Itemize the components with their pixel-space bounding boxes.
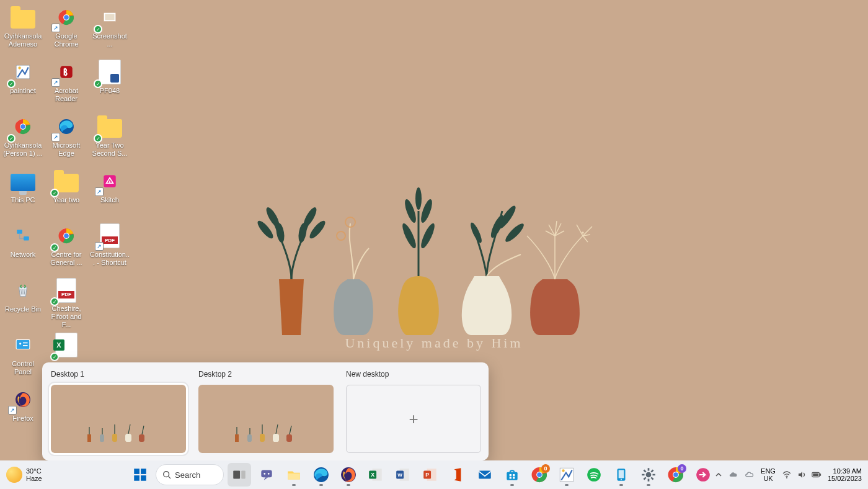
pdf-icon: ✓ [53, 277, 80, 303]
taskbar-excel[interactable]: X [364, 463, 388, 487]
svg-rect-78 [513, 477, 515, 478]
onedrive-tray-icon[interactable] [728, 470, 738, 480]
svg-rect-39 [16, 339, 30, 349]
desktop-icon-firefox[interactable]: ↗Firefox [2, 385, 43, 438]
edge-icon: ↗ [53, 113, 80, 140]
lang-line1: ENG [761, 467, 776, 475]
recycle-icon [9, 277, 37, 304]
svg-rect-23 [105, 14, 114, 20]
excel-icon: ✓ [53, 331, 80, 359]
desktop-icon-label: Google Chrome [46, 32, 87, 48]
desktop-icon-skitch[interactable]: ↗Skitch [89, 166, 130, 220]
taskbar-mail[interactable] [473, 463, 497, 487]
acrobat-icon: ↗ [53, 58, 80, 86]
svg-point-3 [301, 205, 319, 228]
desktop-icon-label: Oyihkansola (Person 1) ... [2, 141, 43, 158]
desktop-icon-screenshot[interactable]: ✓Screenshot ... [89, 2, 130, 56]
desktop-icon-centre-for-general[interactable]: ✓Centre for General ... [46, 221, 87, 274]
tray-overflow-icon[interactable] [715, 471, 722, 478]
desktop-icon-label: Year Two Second S... [89, 141, 130, 158]
svg-rect-73 [479, 471, 491, 479]
desktop-icon-cheshire-fifoot-and-f[interactable]: ✓Cheshire, Fifoot and F... [46, 276, 87, 329]
desktop-icon-network[interactable]: Network [2, 221, 43, 274]
folder-icon: ✓ [53, 168, 80, 195]
taskbar-chat[interactable] [255, 463, 278, 487]
svg-rect-42 [23, 343, 28, 344]
task-view-label: Desktop 2 [198, 370, 334, 380]
taskbar-firefox[interactable] [337, 463, 360, 487]
taskbar-app-pink[interactable] [691, 463, 715, 487]
desktop-icon-recycle-bin[interactable]: Recycle Bin [2, 276, 43, 329]
language-indicator[interactable]: ENG UK [761, 467, 776, 482]
taskbar-paintnet[interactable] [555, 463, 578, 487]
sync-badge-icon: ✓ [50, 352, 59, 361]
taskbar-edge[interactable] [309, 463, 333, 487]
svg-rect-53 [134, 475, 140, 481]
svg-point-13 [489, 213, 506, 239]
desktop-icon-microsoft-edge[interactable]: ↗Microsoft Edge [46, 112, 87, 165]
desktop-icon-constitution-shortcut[interactable]: ↗Constitution... - Shortcut [89, 221, 130, 274]
taskbar-word[interactable]: W [391, 463, 415, 487]
desktop-icon-oyihkansola-person-1[interactable]: ✓Oyihkansola (Person 1) ... [2, 112, 43, 165]
clock[interactable]: 10:39 AM 15/02/2023 [828, 467, 862, 482]
taskbar-task-view[interactable] [228, 463, 251, 487]
cloud-tray-icon[interactable] [745, 470, 755, 480]
desktop-icon-label: Cheshire, Fifoot and F... [46, 305, 87, 329]
taskbar-chrome[interactable]: 0 [528, 463, 551, 487]
battery-icon[interactable] [812, 470, 822, 480]
taskbar-chrome-profile[interactable]: 0 [664, 463, 688, 487]
sync-badge-icon: ✓ [7, 79, 16, 88]
wifi-icon[interactable] [782, 470, 792, 480]
desktop-icon-google-chrome[interactable]: ↗Google Chrome [46, 2, 87, 56]
badge-icon: 0 [541, 464, 550, 473]
desktop-icon-oyihkansola-ademeso[interactable]: Oyihkansola Ademeso [2, 2, 43, 56]
wallpaper-art [248, 174, 620, 360]
weather-widget[interactable]: 30°C Haze [6, 467, 42, 483]
desktop-icon-acrobat-reader[interactable]: ↗Acrobat Reader [46, 57, 87, 110]
sync-badge-icon: ✓ [50, 189, 59, 197]
svg-rect-75 [510, 474, 512, 476]
new-desktop-button[interactable]: + [346, 385, 481, 453]
svg-text:W: W [397, 472, 402, 478]
svg-point-41 [19, 343, 21, 344]
svg-point-4 [308, 218, 327, 240]
desktop-icon-label: PF048 [100, 87, 120, 95]
volume-icon[interactable] [797, 470, 807, 480]
search-icon [162, 470, 171, 479]
desktop-icon-this-pc[interactable]: This PC [2, 166, 43, 220]
taskbar-store[interactable] [500, 463, 524, 487]
desktop-icon-paintinet[interactable]: ✓paintinet [2, 57, 43, 110]
folder-icon: ✓ [96, 113, 123, 140]
svg-rect-77 [510, 477, 512, 478]
desktop-icon-pf048[interactable]: ✓PF048 [89, 57, 130, 110]
screenshot-icon: ✓ [96, 4, 123, 31]
taskbar-phone-link[interactable] [609, 463, 633, 487]
svg-point-88 [621, 479, 622, 480]
virtual-desktop-1[interactable] [51, 385, 186, 453]
svg-point-0 [264, 205, 281, 228]
svg-point-89 [646, 472, 652, 478]
virtual-desktop-2[interactable] [198, 385, 334, 453]
desktop-icon-label: Year two [53, 196, 79, 204]
taskbar-search[interactable]: Search [156, 464, 224, 485]
shortcut-badge-icon: ↗ [8, 406, 17, 415]
desktop-icon-year-two[interactable]: ✓Year two [46, 166, 87, 220]
svg-point-38 [64, 233, 69, 238]
svg-point-6 [345, 217, 355, 227]
task-view-new-label: New desktop [346, 370, 481, 380]
desktop-icon-label: Centre for General ... [46, 251, 87, 267]
taskbar-settings[interactable] [637, 463, 660, 487]
taskbar-office[interactable] [446, 463, 469, 487]
shortcut-badge-icon: ↗ [51, 133, 60, 141]
taskbar-file-explorer[interactable] [282, 463, 306, 487]
taskbar-start[interactable] [128, 463, 152, 487]
taskbar-spotify[interactable] [582, 463, 606, 487]
taskbar-powerpoint[interactable]: P [418, 463, 442, 487]
svg-point-12 [415, 187, 422, 210]
doc-icon: ✓ [96, 58, 123, 86]
desktop-icon-label: Microsoft Edge [46, 141, 87, 158]
desktop-icon-label: This PC [11, 196, 35, 204]
control-icon [9, 331, 37, 359]
desktop-icon-year-two-second-s[interactable]: ✓Year Two Second S... [89, 112, 130, 165]
desktop-icon-control-panel[interactable]: Control Panel [2, 330, 43, 384]
